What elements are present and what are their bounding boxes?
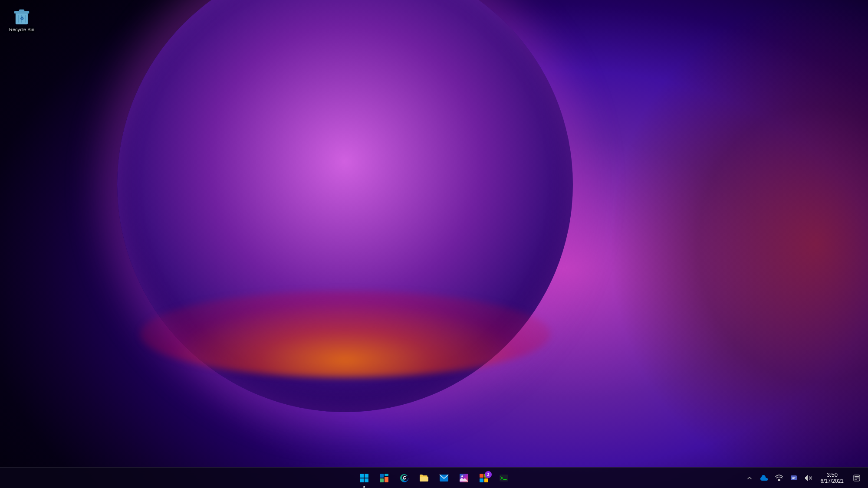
edge-button[interactable] xyxy=(395,468,414,488)
clock-date: 6/17/2021 xyxy=(821,478,844,484)
svg-rect-10 xyxy=(365,478,368,482)
taskbar-center: 2 xyxy=(355,468,513,488)
svg-rect-9 xyxy=(360,478,364,482)
svg-rect-20 xyxy=(480,478,483,482)
volume-icon xyxy=(805,475,812,481)
store-button[interactable]: 2 xyxy=(474,468,493,488)
file-explorer-button[interactable] xyxy=(414,468,434,488)
photos-icon xyxy=(459,473,469,483)
onedrive-icon xyxy=(760,475,768,481)
svg-rect-25 xyxy=(791,475,797,480)
network-button[interactable] xyxy=(772,468,786,488)
terminal-icon xyxy=(499,473,509,483)
system-tray xyxy=(743,468,815,488)
terminal-button[interactable] xyxy=(494,468,513,488)
taskbar-right: 3:50 6/17/2021 xyxy=(743,468,865,488)
chevron-up-icon xyxy=(747,476,752,480)
svg-rect-11 xyxy=(380,474,384,478)
taskbar: 2 xyxy=(0,467,868,488)
recycle-bin-label: Recycle Bin xyxy=(9,27,34,33)
svg-rect-29 xyxy=(855,476,859,477)
mail-button[interactable] xyxy=(434,468,454,488)
network-icon xyxy=(775,475,783,481)
clock-area[interactable]: 3:50 6/17/2021 xyxy=(817,468,847,488)
file-explorer-icon xyxy=(419,473,429,483)
show-hidden-icons-button[interactable] xyxy=(743,468,756,488)
svg-rect-22 xyxy=(500,475,508,481)
widgets-button[interactable] xyxy=(375,468,394,488)
svg-rect-21 xyxy=(484,478,488,482)
svg-rect-5 xyxy=(19,10,24,12)
widgets-icon xyxy=(379,473,389,483)
svg-rect-18 xyxy=(480,474,483,478)
recycle-bin-icon[interactable]: ♻ Recycle Bin xyxy=(4,4,39,34)
edge-icon xyxy=(399,473,409,483)
svg-rect-30 xyxy=(855,478,859,478)
svg-rect-8 xyxy=(365,474,368,478)
teams-chat-button[interactable] xyxy=(787,468,801,488)
recycle-bin-svg: ♻ xyxy=(13,6,30,25)
svg-rect-12 xyxy=(385,474,388,476)
notification-icon xyxy=(853,475,860,481)
teams-icon xyxy=(790,474,798,482)
start-button[interactable] xyxy=(355,468,374,488)
start-active-indicator xyxy=(363,486,365,488)
store-badge: 2 xyxy=(485,471,492,478)
svg-rect-24 xyxy=(778,479,780,481)
volume-button[interactable] xyxy=(802,468,815,488)
svg-rect-31 xyxy=(855,479,857,480)
recycle-bin-image: ♻ xyxy=(13,6,30,25)
photos-button[interactable] xyxy=(454,468,473,488)
mail-icon xyxy=(439,473,449,483)
onedrive-button[interactable] xyxy=(757,468,771,488)
notification-center-button[interactable] xyxy=(849,468,865,488)
windows-icon xyxy=(359,473,369,483)
svg-rect-7 xyxy=(360,474,364,478)
svg-text:♻: ♻ xyxy=(20,16,24,21)
background-sphere xyxy=(117,0,573,412)
svg-point-17 xyxy=(461,475,463,477)
svg-rect-13 xyxy=(380,478,384,482)
background-right-glow xyxy=(608,0,868,488)
desktop: ♻ Recycle Bin xyxy=(0,0,868,488)
clock-time: 3:50 xyxy=(827,472,838,478)
svg-rect-14 xyxy=(385,477,388,482)
